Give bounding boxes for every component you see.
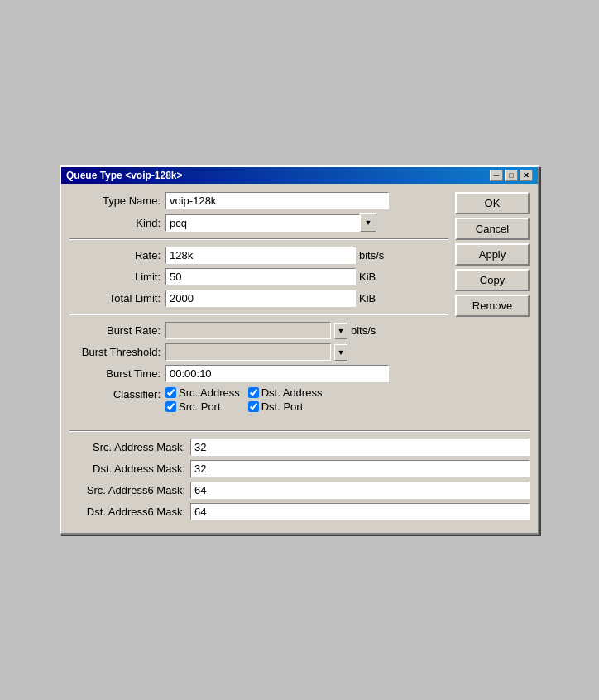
rate-unit: bits/s <box>359 249 384 261</box>
classifier-src-address-label: Src. Address <box>179 386 240 399</box>
title-bar: Queue Type <voip-128k> ─ □ ✕ <box>61 167 538 184</box>
classifier-src-address-item: Src. Address <box>165 386 240 399</box>
dst-address6-mask-label: Dst. Address6 Mask: <box>69 506 185 518</box>
src-address-mask-group: Src. Address Mask: <box>69 439 530 456</box>
limit-unit: KiB <box>359 271 376 283</box>
window-body: Type Name: Kind: ▼ Rate: bits/s <box>61 184 538 425</box>
burst-time-input[interactable] <box>165 365 389 382</box>
total-limit-input-wrapper: KiB <box>165 290 376 307</box>
rate-input-wrapper: bits/s <box>165 247 384 264</box>
classifier-dst-address-label: Dst. Address <box>261 386 323 399</box>
dst-address6-mask-group: Dst. Address6 Mask: <box>69 503 530 520</box>
classifier-dst-port-item: Dst. Port <box>248 400 323 413</box>
classifier-dst-port-label: Dst. Port <box>261 400 304 413</box>
classifier-dst-address-item: Dst. Address <box>248 386 323 399</box>
close-button[interactable]: ✕ <box>520 170 533 181</box>
src-address-mask-input[interactable] <box>190 439 530 456</box>
src-address6-mask-input[interactable] <box>190 482 530 499</box>
burst-rate-label: Burst Rate: <box>69 324 161 337</box>
total-limit-unit: KiB <box>359 292 376 304</box>
limit-input-wrapper: KiB <box>165 268 376 285</box>
dst-address6-mask-input[interactable] <box>190 503 530 520</box>
burst-rate-input-wrapper: ▼ bits/s <box>165 322 376 339</box>
apply-button[interactable]: Apply <box>455 243 530 266</box>
burst-time-label: Burst Time: <box>69 367 161 380</box>
burst-threshold-input-wrapper: ▼ <box>165 343 347 361</box>
kind-dropdown-button[interactable]: ▼ <box>360 213 376 232</box>
left-panel: Type Name: Kind: ▼ Rate: bits/s <box>69 192 448 417</box>
classifier-src-port-item: Src. Port <box>165 400 240 413</box>
src-address-mask-label: Src. Address Mask: <box>69 441 185 453</box>
minimize-button[interactable]: ─ <box>490 170 503 181</box>
src-address6-mask-label: Src. Address6 Mask: <box>69 484 185 496</box>
burst-threshold-label: Burst Threshold: <box>69 346 161 358</box>
src-address6-mask-group: Src. Address6 Mask: <box>69 482 530 499</box>
burst-threshold-dropdown-button[interactable]: ▼ <box>334 344 347 361</box>
ok-button[interactable]: OK <box>455 192 530 214</box>
burst-rate-unit: bits/s <box>351 324 376 337</box>
burst-time-group: Burst Time: <box>69 365 448 382</box>
rate-label: Rate: <box>69 249 161 261</box>
kind-wrapper: ▼ <box>165 213 376 232</box>
classifier-src-port-label: Src. Port <box>179 400 221 413</box>
copy-button[interactable]: Copy <box>455 269 530 291</box>
total-limit-group: Total Limit: KiB <box>69 290 448 307</box>
dst-address-mask-group: Dst. Address Mask: <box>69 460 530 477</box>
burst-rate-input[interactable] <box>165 322 331 339</box>
separator-1 <box>69 238 448 240</box>
bottom-separator <box>69 430 530 432</box>
classifier-dst-port-checkbox[interactable] <box>248 401 259 412</box>
window-title: Queue Type <voip-128k> <box>66 170 183 181</box>
rate-input[interactable] <box>165 247 356 264</box>
bottom-section: Src. Address Mask: Dst. Address Mask: Sr… <box>61 425 538 533</box>
burst-rate-dropdown-button[interactable]: ▼ <box>334 323 347 339</box>
title-bar-buttons: ─ □ ✕ <box>490 170 533 181</box>
classifier-dst-address-checkbox[interactable] <box>248 387 259 398</box>
burst-rate-group: Burst Rate: ▼ bits/s <box>69 322 448 339</box>
limit-group: Limit: KiB <box>69 268 448 285</box>
classifier-src-address-checkbox[interactable] <box>165 387 176 398</box>
classifier-group: Classifier: Src. Address Dst. Address Sr… <box>69 386 448 413</box>
classifier-src-port-checkbox[interactable] <box>165 401 176 412</box>
cancel-button[interactable]: Cancel <box>455 218 530 240</box>
kind-label: Kind: <box>69 217 161 229</box>
rate-group: Rate: bits/s <box>69 247 448 264</box>
right-panel: OK Cancel Apply Copy Remove <box>455 192 530 417</box>
type-name-group: Type Name: <box>69 192 448 209</box>
separator-2 <box>69 314 448 315</box>
limit-label: Limit: <box>69 271 161 283</box>
dst-address-mask-input[interactable] <box>190 460 530 477</box>
total-limit-label: Total Limit: <box>69 292 161 304</box>
restore-button[interactable]: □ <box>505 170 518 181</box>
kind-input[interactable] <box>165 214 360 232</box>
burst-threshold-input[interactable] <box>165 343 331 361</box>
classifier-checkboxes: Src. Address Dst. Address Src. Port Dst.… <box>165 386 322 413</box>
dst-address-mask-label: Dst. Address Mask: <box>69 463 185 475</box>
burst-threshold-group: Burst Threshold: ▼ <box>69 343 448 361</box>
kind-group: Kind: ▼ <box>69 213 448 232</box>
remove-button[interactable]: Remove <box>455 295 530 317</box>
type-name-input[interactable] <box>165 192 389 209</box>
total-limit-input[interactable] <box>165 290 356 307</box>
classifier-label: Classifier: <box>69 386 161 400</box>
limit-input[interactable] <box>165 268 356 285</box>
main-window: Queue Type <voip-128k> ─ □ ✕ Type Name: … <box>60 165 539 535</box>
type-name-label: Type Name: <box>69 194 161 207</box>
